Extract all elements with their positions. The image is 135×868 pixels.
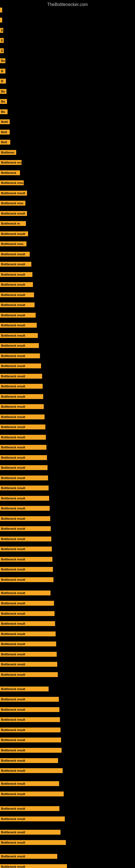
bar-row: Bottleneck result [0,567,135,572]
bar-row: Bottleneck result [0,830,135,835]
bar-row: Bottleneck resu [0,201,135,206]
bar-label: Bottleneck result [0,557,52,562]
bar-row: Bottleneck result [0,806,135,811]
bar-label: Bottleneck res [0,160,21,165]
bar-row: Bottleneck result [0,333,135,338]
bar-row: Bottleneck res [0,160,135,165]
bar-label: Bottleneck result [0,727,60,733]
bar-label: Bottleneck result [0,374,42,379]
bar-label: B [0,79,6,84]
bar-row: Bottleneck result [0,353,135,358]
bar-label: Bottleneck result [0,435,46,440]
bar-label: Bottleneck result [0,738,61,742]
bar-row: Bottleneck result [0,727,135,733]
bar-row: Bottleneck result [0,621,135,626]
bar-row: Bottleneck result [0,303,135,307]
bar-row: Bottleneck result [0,758,135,763]
bar-row: Bottleneck result [0,854,135,859]
bar-label: Bottleneck result [0,686,49,691]
bar-label: Bottleneck result [0,425,45,429]
bar-row: Bottleneck result [0,231,135,236]
bar-label: Bottleneck result [0,364,41,368]
bar-row: Bottleneck result [0,717,135,722]
bar-row: Bottleneck result [0,611,135,616]
bar-row: E [0,48,135,53]
bar-row [0,18,135,23]
bar-label: Bottleneck result [0,303,35,307]
bar-label: Bottleneck result [0,662,57,667]
bar-label: Bottleneck result [0,816,65,822]
bar-label: Bottleneck result [0,854,57,859]
bar-label: Bo [0,109,8,114]
bar-row: Bottleneck result [0,435,135,440]
bar-row: Bottleneck resu [0,180,135,185]
bar-row: Bottleneck result [0,601,135,606]
bar-label: Bottleneck result [0,611,54,616]
bar-row: Bottleneck result [0,374,135,379]
bar-row: Bottleneck result [0,394,135,399]
bar-label: Bottleneck [0,170,20,175]
bar-label: Bottleneck result [0,404,44,409]
bar-label: Bottleneck result [0,672,58,677]
bar-row: Bo [0,58,135,63]
bar-row: Bottleneck result [0,738,135,742]
bar-label: Bottleneck result [0,211,27,216]
bar-label: E [0,28,3,33]
bar-row: Bottleneck result [0,364,135,368]
bar-label: Bottleneck result [0,191,27,195]
bar-label: Bott [0,140,10,145]
chart-container: TheBottlenecker.com EEEBoBBBoBoBoBottlBo… [0,0,135,868]
bar-row: Bottleneck result [0,768,135,773]
bar-row: Bottleneck result [0,425,135,429]
bar-label: Bottleneck result [0,590,50,595]
bar-label: Bottleneck result [0,768,63,773]
bar-label: Bottleneck result [0,642,56,646]
bar-label: Bottleneck resu [0,201,26,206]
bar-row: Bottleneck result [0,465,135,470]
bar-label: Bo [0,99,7,104]
bar-label: Bottleneck result [0,394,43,399]
bar-row: Bottleneck [0,170,135,175]
bar-label: Bottleneck result [0,547,52,552]
bar-label: Bottleneck result [0,496,49,501]
bar-row: Bo [0,99,135,104]
bar-label: Bottleneck result [0,621,55,626]
bar-row: Bottleneck result [0,557,135,562]
bar-label [0,18,2,23]
bar-label: Bottleneck result [0,353,40,358]
bar-label: Bottleneck result [0,282,33,287]
bar-label: Bottleneck result [0,792,64,796]
bar-label: Bottleneck re [0,221,26,226]
bar-row: Bottleneck result [0,686,135,691]
bar-label: Bottlenec [0,150,16,155]
bar-row: Bottleneck result [0,323,135,328]
bar-label: Bo [0,58,5,63]
bar-row: Bottleneck result [0,292,135,297]
bar-row: Bottleneck result [0,536,135,541]
bar-label: Bottleneck result [0,455,47,460]
bar-row: Bottleneck result [0,697,135,702]
bar-label: Bottleneck result [0,475,48,480]
bar-label: Bottleneck result [0,840,66,845]
bar-row: Bottleneck result [0,313,135,318]
bar-label: Bottleneck result [0,536,51,541]
bar-row: Bottleneck result [0,707,135,712]
bar-label: Bottleneck result [0,577,53,582]
bar-label: Bottleneck result [0,486,49,490]
bar-row: Bottleneck result [0,282,135,287]
bar-label: Bottleneck result [0,506,50,511]
bar-label: Bottleneck result [0,262,31,267]
bar-row: Bottleneck result [0,455,135,460]
bar-label: Bottleneck result [0,758,58,763]
bar-row: Bottleneck re [0,221,135,226]
bar-row: Bottleneck result [0,211,135,216]
bar-label: Bottleneck result [0,252,30,257]
bar-row: Bottleneck result [0,272,135,277]
bar-label: Bottleneck result [0,652,57,657]
bar-label: Bottleneck result [0,323,37,328]
bar-row: Bottleneck resu [0,241,135,246]
bar-label: Bottleneck result [0,830,60,835]
bar-label: Bottleneck resu [0,241,27,246]
bar-label: Bottleneck result [0,781,59,786]
bar-label: Bottleneck result [0,414,45,420]
